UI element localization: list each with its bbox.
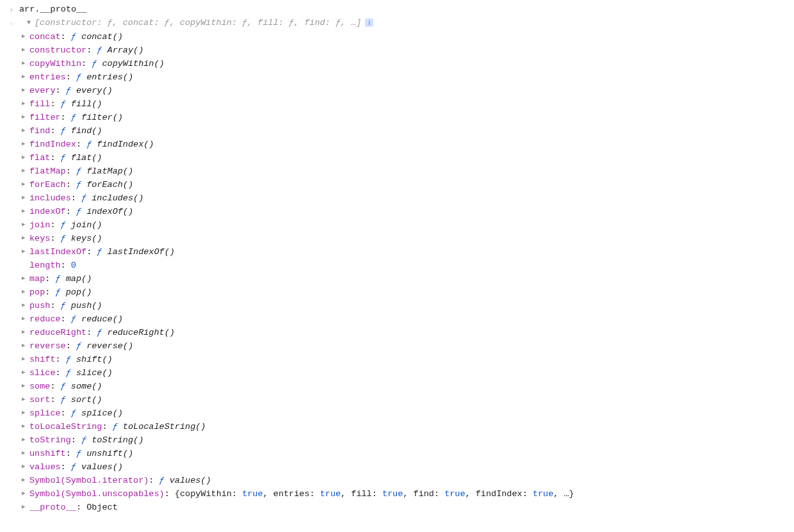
property-row[interactable]: lastIndexOf: ƒ lastIndexOf() xyxy=(4,245,790,259)
function-name: toLocaleString() xyxy=(123,422,206,431)
function-name: sort() xyxy=(71,395,102,405)
chevron-right-icon xyxy=(22,380,29,393)
chevron-right-icon xyxy=(22,286,29,299)
property-name: join xyxy=(29,220,50,230)
function-name: map() xyxy=(66,274,92,284)
function-icon: ƒ xyxy=(76,449,81,458)
chevron-right-icon xyxy=(22,84,29,97)
chevron-right-icon xyxy=(22,70,29,84)
property-name: entries xyxy=(29,72,66,82)
property-row[interactable]: some: ƒ some() xyxy=(4,380,790,393)
property-row[interactable]: includes: ƒ includes() xyxy=(4,191,790,205)
function-icon: ƒ xyxy=(81,435,86,445)
property-row[interactable]: slice: ƒ slice() xyxy=(4,366,790,380)
property-row[interactable]: entries: ƒ entries() xyxy=(4,70,790,84)
property-row[interactable]: every: ƒ every() xyxy=(4,84,790,97)
property-row[interactable]: values: ƒ values() xyxy=(4,460,790,474)
function-icon: ƒ xyxy=(71,462,76,472)
chevron-right-icon xyxy=(22,30,29,44)
chevron-right-icon xyxy=(22,299,29,312)
property-row[interactable]: fill: ƒ fill() xyxy=(4,97,790,111)
property-row[interactable]: keys: ƒ keys() xyxy=(4,232,790,245)
property-row[interactable]: indexOf: ƒ indexOf() xyxy=(4,205,790,218)
property-name: fill xyxy=(29,99,50,109)
function-icon: ƒ xyxy=(76,180,81,189)
property-name: shift xyxy=(29,355,56,364)
property-name: filter xyxy=(29,113,61,122)
property-row[interactable]: shift: ƒ shift() xyxy=(4,353,790,366)
property-name: pop xyxy=(29,287,45,297)
chevron-right-icon xyxy=(22,44,29,57)
function-name: join() xyxy=(71,220,102,230)
function-name: push() xyxy=(71,301,102,310)
chevron-right-icon xyxy=(22,407,29,420)
property-row[interactable]: map: ƒ map() xyxy=(4,272,790,286)
object-summary: [constructor: ƒ, concat: ƒ, copyWithin: … xyxy=(35,16,361,29)
function-name: some() xyxy=(71,382,102,391)
property-row[interactable]: pop: ƒ pop() xyxy=(4,286,790,299)
property-row[interactable]: filter: ƒ filter() xyxy=(4,111,790,124)
function-name: find() xyxy=(71,126,102,136)
function-name: lastIndexOf() xyxy=(108,247,175,257)
chevron-right-icon xyxy=(22,165,29,178)
function-name: keys() xyxy=(71,234,102,243)
chevron-right-icon xyxy=(22,460,29,474)
function-icon: ƒ xyxy=(76,341,81,351)
property-name: flatMap xyxy=(29,166,66,176)
property-row[interactable]: reduce: ƒ reduce() xyxy=(4,312,790,326)
chevron-right-icon xyxy=(22,326,29,339)
function-icon: ƒ xyxy=(71,408,76,418)
property-row[interactable]: sort: ƒ sort() xyxy=(4,393,790,407)
property-name: sort xyxy=(29,395,50,405)
property-name: Symbol(Symbol.unscopables) xyxy=(29,489,165,499)
chevron-right-icon xyxy=(22,111,29,124)
property-name: toString xyxy=(29,435,71,445)
property-name: values xyxy=(29,462,61,472)
property-name: forEach xyxy=(29,180,66,189)
chevron-right-icon xyxy=(22,339,29,353)
object-expand-row[interactable]: [constructor: ƒ, concat: ƒ, copyWithin: … xyxy=(19,16,373,29)
property-row[interactable]: reduceRight: ƒ reduceRight() xyxy=(4,326,790,339)
property-name: Symbol(Symbol.iterator) xyxy=(29,476,149,485)
function-icon: ƒ xyxy=(61,99,66,109)
function-icon: ƒ xyxy=(61,126,66,136)
property-row[interactable]: flatMap: ƒ flatMap() xyxy=(4,165,790,178)
property-row-proto[interactable]: __proto__: Object xyxy=(4,501,790,514)
property-row[interactable]: flat: ƒ flat() xyxy=(4,151,790,165)
property-row[interactable]: splice: ƒ splice() xyxy=(4,407,790,420)
function-icon: ƒ xyxy=(56,274,61,284)
property-row[interactable]: findIndex: ƒ findIndex() xyxy=(4,138,790,151)
property-row[interactable]: reverse: ƒ reverse() xyxy=(4,339,790,353)
function-name: values() xyxy=(81,462,123,472)
chevron-right-icon xyxy=(22,420,29,433)
property-row[interactable]: Symbol(Symbol.iterator): ƒ values() xyxy=(4,474,790,487)
property-row[interactable]: toString: ƒ toString() xyxy=(4,433,790,447)
property-row[interactable]: constructor: ƒ Array() xyxy=(4,44,790,57)
property-row[interactable]: toLocaleString: ƒ toLocaleString() xyxy=(4,420,790,433)
function-icon: ƒ xyxy=(61,301,66,310)
property-row[interactable]: push: ƒ push() xyxy=(4,299,790,312)
console-output-row: [constructor: ƒ, concat: ƒ, copyWithin: … xyxy=(4,16,790,30)
property-row[interactable]: concat: ƒ concat() xyxy=(4,30,790,44)
info-icon[interactable]: i xyxy=(365,19,373,27)
function-name: shift() xyxy=(76,355,113,364)
chevron-right-icon xyxy=(22,138,29,151)
chevron-right-icon xyxy=(22,205,29,218)
function-icon: ƒ xyxy=(61,382,66,391)
function-name: filter() xyxy=(81,113,123,122)
property-row[interactable]: join: ƒ join() xyxy=(4,218,790,232)
property-row[interactable]: find: ƒ find() xyxy=(4,124,790,138)
property-name: keys xyxy=(29,234,50,243)
property-name: constructor xyxy=(29,45,86,55)
property-row[interactable]: copyWithin: ƒ copyWithin() xyxy=(4,57,790,70)
chevron-right-icon xyxy=(22,501,29,514)
property-row-length[interactable]: length: 0 xyxy=(4,259,790,272)
property-row[interactable]: forEach: ƒ forEach() xyxy=(4,178,790,191)
function-icon: ƒ xyxy=(66,355,71,364)
property-row-unscopables[interactable]: Symbol(Symbol.unscopables): {copyWithin:… xyxy=(4,487,790,501)
property-name: reduce xyxy=(29,314,61,324)
function-name: Array() xyxy=(108,45,144,55)
property-name: every xyxy=(29,86,56,95)
property-name: some xyxy=(29,382,50,391)
property-row[interactable]: unshift: ƒ unshift() xyxy=(4,447,790,460)
